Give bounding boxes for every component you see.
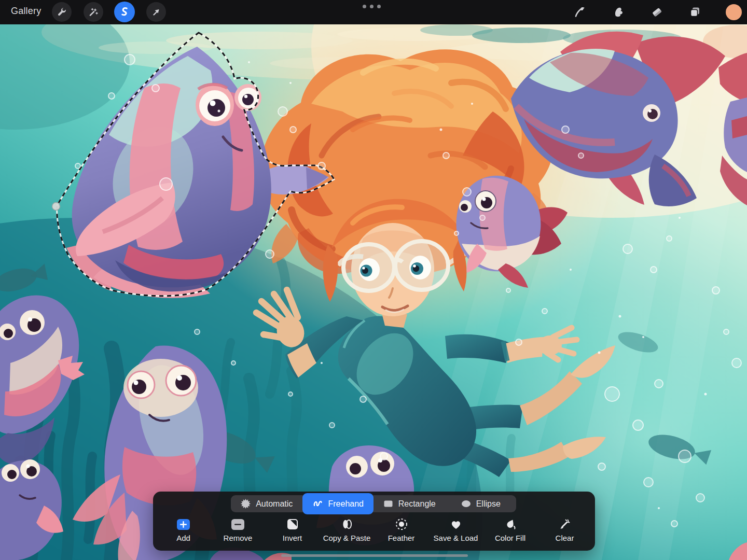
mode-ellipse[interactable]: Ellipse bbox=[445, 495, 517, 512]
eraser-icon bbox=[650, 5, 663, 19]
transform-button[interactable] bbox=[146, 2, 166, 22]
underwater-scene bbox=[0, 0, 747, 560]
action-clear[interactable]: Clear bbox=[537, 515, 592, 549]
action-feather[interactable]: Feather bbox=[374, 515, 428, 549]
magic-wand-icon bbox=[88, 6, 99, 18]
action-copy-paste[interactable]: Copy & Paste bbox=[320, 515, 374, 549]
freehand-scribble-icon bbox=[312, 498, 324, 510]
smudge-button[interactable] bbox=[608, 2, 628, 22]
ellipse-icon bbox=[461, 498, 472, 509]
layers-button[interactable] bbox=[685, 2, 705, 22]
feather-dashed-circle-icon bbox=[395, 517, 408, 531]
selection-s-icon bbox=[118, 6, 131, 18]
erase-button[interactable] bbox=[647, 2, 667, 22]
invert-square-icon bbox=[286, 518, 299, 530]
selection-button[interactable] bbox=[114, 2, 135, 22]
transform-arrow-icon bbox=[150, 6, 162, 18]
mode-rectangle[interactable]: Rectangle bbox=[374, 495, 445, 512]
minus-square-icon bbox=[231, 519, 245, 530]
action-save-load[interactable]: Save & Load bbox=[428, 515, 483, 549]
copy-paste-icon bbox=[340, 518, 354, 530]
adjustments-button[interactable] bbox=[84, 2, 103, 22]
sweep-brush-icon bbox=[558, 517, 572, 531]
selection-mode-segmented-control: Automatic Freehand Rectangle Ellipse bbox=[231, 495, 516, 512]
canvas-options-menu[interactable] bbox=[363, 5, 381, 8]
mode-automatic[interactable]: Automatic bbox=[231, 495, 302, 512]
heart-icon bbox=[449, 518, 463, 530]
action-remove[interactable]: Remove bbox=[211, 515, 265, 549]
actions-button[interactable] bbox=[52, 2, 72, 22]
action-invert[interactable]: Invert bbox=[265, 515, 320, 549]
paint-drop-icon bbox=[504, 517, 517, 531]
paint-button[interactable] bbox=[570, 2, 590, 22]
toolbar-drag-handle[interactable] bbox=[281, 554, 468, 557]
brush-icon bbox=[573, 5, 587, 19]
gallery-button[interactable]: Gallery bbox=[11, 6, 41, 17]
mode-freehand[interactable]: Freehand bbox=[302, 493, 374, 514]
color-swatch[interactable] bbox=[726, 4, 742, 20]
top-toolbar: Gallery bbox=[0, 0, 747, 24]
layers-icon bbox=[688, 5, 702, 19]
action-add[interactable]: Add bbox=[156, 515, 211, 549]
selection-toolbar: Automatic Freehand Rectangle Ellipse bbox=[153, 492, 595, 551]
plus-square-icon bbox=[176, 519, 190, 530]
rectangle-icon bbox=[383, 498, 394, 509]
artwork-canvas[interactable] bbox=[0, 0, 747, 560]
wrench-icon bbox=[56, 6, 67, 18]
starburst-icon bbox=[240, 498, 251, 509]
selection-actions-row: Add Remove Invert Copy & Paste bbox=[156, 515, 592, 549]
smudge-icon bbox=[612, 5, 625, 19]
action-color-fill[interactable]: Color Fill bbox=[483, 515, 537, 549]
